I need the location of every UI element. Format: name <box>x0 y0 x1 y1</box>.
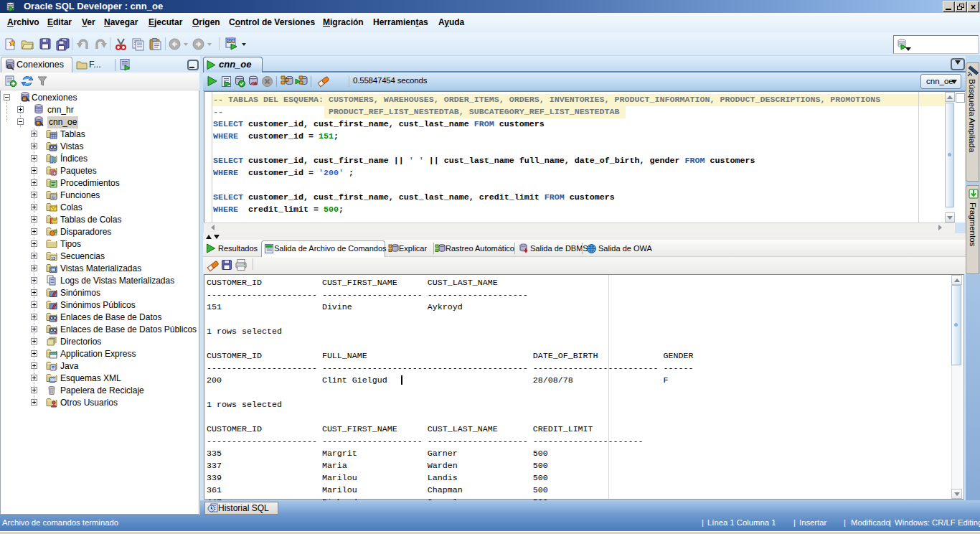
svg-text:13: 13 <box>51 256 55 261</box>
svg-text:XML: XML <box>50 378 57 382</box>
svg-text:fx: fx <box>52 195 55 200</box>
svg-text:SQL: SQL <box>227 39 236 43</box>
